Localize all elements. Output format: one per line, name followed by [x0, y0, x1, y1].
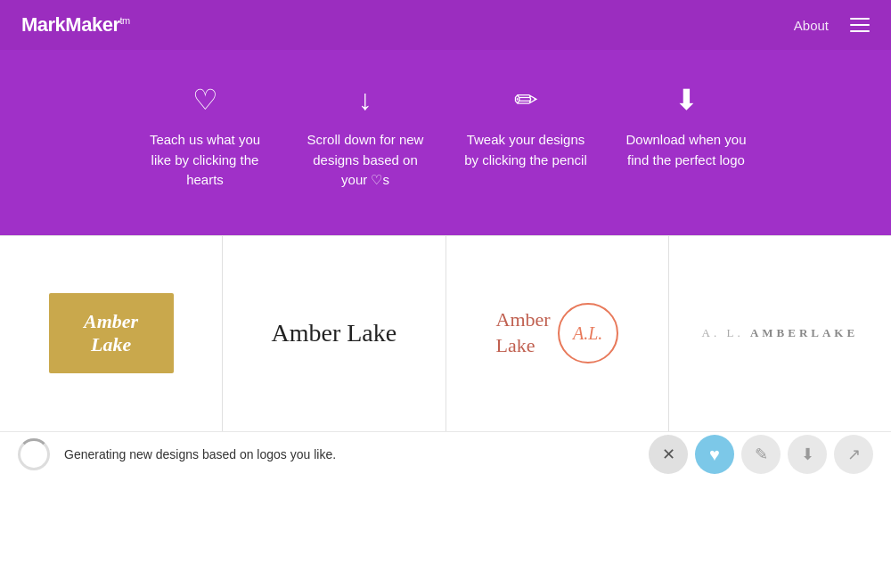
header: MarkMakertm About	[0, 0, 891, 50]
logo1-golden-box: AmberLake	[49, 293, 174, 373]
logo-cell-3[interactable]: AmberLake A.L.	[446, 236, 669, 431]
logo4-prefix: A. L.	[702, 326, 744, 339]
pencil-button[interactable]: ✎	[741, 435, 781, 474]
logo3-script: AmberLake	[496, 307, 551, 358]
bottom-bar: Generating new designs based on logos yo…	[0, 431, 891, 478]
logo4-text: A. L. AMBERLAKE	[702, 326, 859, 340]
close-button[interactable]: ✕	[649, 435, 688, 474]
status-text: Generating new designs based on logos yo…	[64, 447, 634, 461]
about-link[interactable]: About	[794, 18, 829, 33]
step-3-text: Tweak your designs by clicking the penci…	[460, 130, 592, 170]
heart-icon: ♡	[192, 86, 218, 114]
logo3-initials: A.L.	[573, 323, 602, 344]
logo-cell-4[interactable]: A. L. AMBERLAKE	[669, 236, 891, 431]
hamburger-line	[850, 18, 870, 20]
logo-grid: AmberLake Amber Lake AmberLake A.L. A. L…	[0, 235, 891, 431]
step-4-text: Download when you find the perfect logo	[620, 130, 752, 170]
step-4: ⬇ Download when you find the perfect log…	[606, 86, 766, 191]
logo3-circle: A.L.	[558, 303, 618, 363]
step-3: ✏ Tweak your designs by clicking the pen…	[446, 86, 606, 191]
logo-cell-2[interactable]: Amber Lake	[223, 236, 446, 431]
step-2: ↓ Scroll down for new designs based on y…	[285, 86, 446, 191]
hamburger-line	[850, 24, 870, 26]
logo2-text: Amber Lake	[272, 319, 397, 347]
logo-text: MarkMaker	[21, 13, 119, 36]
logo-cell-1[interactable]: AmberLake	[0, 236, 223, 431]
app-logo[interactable]: MarkMakertm	[21, 13, 130, 37]
header-right: About	[794, 18, 870, 33]
hamburger-menu[interactable]	[850, 18, 870, 32]
step-1: ♡ Teach us what you like by clicking the…	[125, 86, 285, 191]
logo3-wrap: AmberLake A.L.	[496, 303, 618, 363]
pencil-icon: ✏	[514, 86, 538, 114]
share-button[interactable]: ↗	[834, 435, 873, 474]
step-1-text: Teach us what you like by clicking the h…	[139, 130, 271, 191]
logo-sup: tm	[119, 15, 129, 26]
hamburger-line	[850, 30, 870, 32]
hero-section: ♡ Teach us what you like by clicking the…	[0, 50, 891, 235]
arrow-down-icon: ↓	[358, 86, 372, 114]
loading-spinner	[18, 438, 50, 470]
download-cloud-icon: ⬇	[674, 86, 699, 114]
step-2-text: Scroll down for new designs based on you…	[299, 130, 431, 191]
bottom-actions: ✕ ♥ ✎ ⬇ ↗	[649, 435, 873, 474]
logo4-suffix: AMBERLAKE	[750, 326, 858, 339]
heart-button[interactable]: ♥	[695, 435, 734, 474]
logo1-text: AmberLake	[84, 310, 138, 357]
download-button[interactable]: ⬇	[788, 435, 827, 474]
